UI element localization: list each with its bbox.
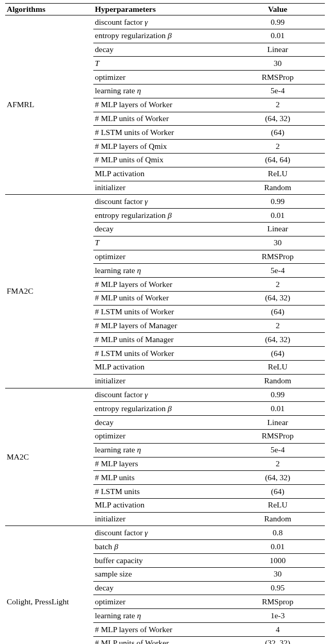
value-cell: 4 [230,623,325,637]
header-algorithms: Algorithms [5,4,93,15]
value-cell: RMSProp [230,250,325,264]
value-cell: 5e-4 [230,84,325,98]
param-cell: learning rate η [93,84,230,98]
param-cell: # MLP units of Worker [93,112,230,126]
param-cell: discount factor γ [93,15,230,29]
param-cell: # MLP layers of Worker [93,623,230,637]
value-cell: 0.99 [230,388,325,402]
param-cell: decay [93,581,230,595]
algorithm-cell: MA2C [5,388,93,526]
param-cell: MLP activation [93,360,230,374]
value-cell: (64, 32) [230,112,325,126]
header-row: Algorithms Hyperparameters Value [5,4,325,15]
param-cell: learning rate η [93,443,230,457]
value-cell: ReLU [230,498,325,512]
value-cell: (64, 64) [230,153,325,167]
value-cell: 0.8 [230,526,325,540]
value-cell: 0.99 [230,15,325,29]
value-cell: (32, 32) [230,636,325,644]
table-row: MA2Cdiscount factor γ0.99 [5,388,325,402]
header-hyperparameters: Hyperparameters [93,4,230,15]
param-cell: decay [93,222,230,236]
param-cell: # MLP layers of Worker [93,278,230,292]
algorithm-cell: FMA2C [5,195,93,388]
value-cell: Linear [230,222,325,236]
param-cell: optimizer [93,71,230,84]
algorithm-cell: AFMRL [5,15,93,195]
value-cell: 5e-4 [230,443,325,457]
param-cell: T [93,57,230,71]
param-cell: initializer [93,374,230,388]
param-cell: optimizer [93,250,230,264]
param-cell: # LSTM units of Worker [93,347,230,361]
value-cell: (64) [230,305,325,319]
param-cell: # LSTM units of Worker [93,126,230,140]
param-cell: # MLP units of Worker [93,291,230,305]
value-cell: (64, 32) [230,471,325,485]
param-cell: discount factor γ [93,526,230,540]
value-cell: (64, 32) [230,333,325,347]
param-cell: entropy regularization β [93,209,230,223]
value-cell: 1000 [230,554,325,568]
value-cell: (64) [230,126,325,140]
param-cell: # MLP layers [93,457,230,471]
value-cell: RMSProp [230,429,325,443]
value-cell: 30 [230,567,325,581]
value-cell: 1e-3 [230,609,325,623]
param-cell: # MLP layers of Manager [93,319,230,333]
param-cell: # MLP units of Qmix [93,153,230,167]
param-cell: # LSTM units [93,485,230,499]
param-cell: # LSTM units of Worker [93,305,230,319]
value-cell: ReLU [230,167,325,181]
table-row: FMA2Cdiscount factor γ0.99 [5,195,325,209]
param-cell: T [93,236,230,250]
param-cell: decay [93,416,230,430]
table-row: Colight, PressLightdiscount factor γ0.8 [5,526,325,540]
value-cell: 5e-4 [230,264,325,278]
value-cell: RMSProp [230,71,325,84]
param-cell: entropy regularization β [93,29,230,43]
header-value: Value [230,4,325,15]
param-cell: optimizer [93,595,230,609]
value-cell: 0.01 [230,29,325,43]
value-cell: Linear [230,416,325,430]
param-cell: sample size [93,567,230,581]
param-cell: # MLP layers of Worker [93,98,230,112]
param-cell: MLP activation [93,167,230,181]
param-cell: buffer capacity [93,554,230,568]
param-cell: discount factor γ [93,388,230,402]
value-cell: (64, 32) [230,291,325,305]
algorithm-cell: Colight, PressLight [5,526,93,644]
value-cell: Random [230,512,325,526]
value-cell: 0.01 [230,209,325,223]
value-cell: 30 [230,57,325,71]
value-cell: Random [230,181,325,195]
param-cell: initializer [93,181,230,195]
param-cell: # MLP layers of Qmix [93,140,230,154]
hyperparameters-table: Algorithms Hyperparameters Value AFMRLdi… [5,3,325,644]
param-cell: discount factor γ [93,195,230,209]
value-cell: 2 [230,278,325,292]
value-cell: (64) [230,485,325,499]
param-cell: learning rate η [93,609,230,623]
param-cell: learning rate η [93,264,230,278]
value-cell: 2 [230,319,325,333]
value-cell: 0.99 [230,195,325,209]
param-cell: # MLP units of Manager [93,333,230,347]
param-cell: # MLP units of Worker [93,636,230,644]
value-cell: RMSprop [230,595,325,609]
table-row: AFMRLdiscount factor γ0.99 [5,15,325,29]
value-cell: 2 [230,457,325,471]
param-cell: MLP activation [93,498,230,512]
param-cell: initializer [93,512,230,526]
param-cell: optimizer [93,429,230,443]
param-cell: entropy regularization β [93,402,230,416]
param-cell: # MLP units [93,471,230,485]
value-cell: 2 [230,98,325,112]
value-cell: Random [230,374,325,388]
value-cell: 30 [230,236,325,250]
value-cell: 0.95 [230,581,325,595]
param-cell: decay [93,43,230,57]
value-cell: Linear [230,43,325,57]
value-cell: 0.01 [230,402,325,416]
